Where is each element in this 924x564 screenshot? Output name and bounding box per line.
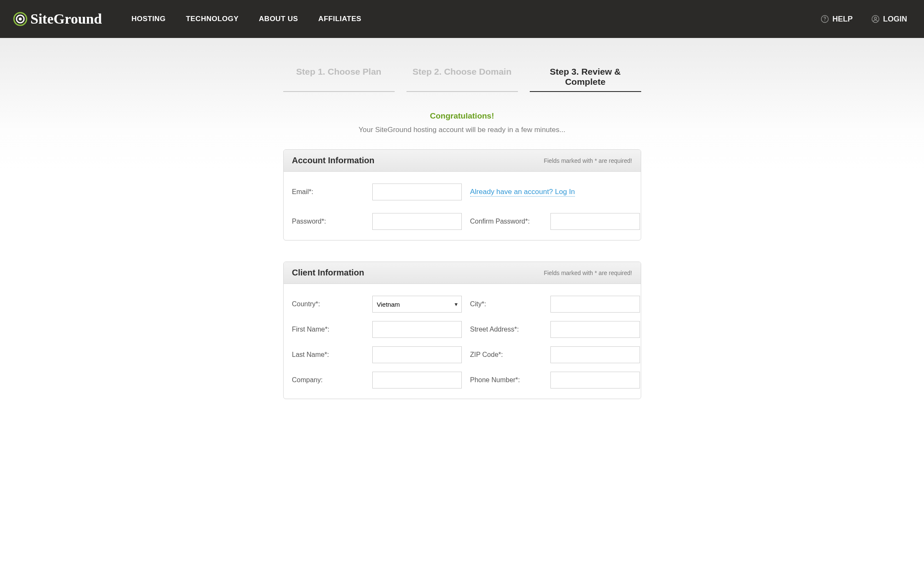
first-name-field[interactable] [372, 321, 462, 338]
street-address-label: Street Address*: [470, 326, 542, 333]
client-info-title: Client Information [292, 268, 364, 278]
password-field[interactable] [372, 213, 462, 230]
svg-point-4 [824, 20, 825, 21]
required-note-2: Fields marked with * are required! [544, 270, 632, 276]
help-icon [821, 15, 829, 23]
svg-point-5 [872, 16, 879, 23]
email-field[interactable] [372, 184, 462, 200]
site-header: SiteGround HOSTING TECHNOLOGY ABOUT US A… [0, 0, 924, 38]
required-note: Fields marked with * are required! [544, 157, 632, 164]
account-info-panel: Account Information Fields marked with *… [283, 149, 641, 240]
street-address-field[interactable] [550, 321, 640, 338]
user-icon [871, 15, 880, 23]
account-info-title: Account Information [292, 156, 375, 165]
company-field[interactable] [372, 372, 462, 389]
country-label: Country*: [292, 300, 364, 308]
city-label: City*: [470, 300, 542, 308]
svg-point-2 [19, 18, 22, 21]
step-2[interactable]: Step 2. Choose Domain [406, 63, 518, 92]
help-link[interactable]: HELP [821, 15, 853, 24]
step-3[interactable]: Step 3. Review & Complete [530, 63, 641, 92]
brand-logo[interactable]: SiteGround [13, 11, 102, 27]
logo-spiral-icon [13, 11, 28, 27]
page-body: Step 1. Choose Plan Step 2. Choose Domai… [0, 38, 924, 564]
phone-field[interactable] [550, 372, 640, 389]
congrats-subtext: Your SiteGround hosting account will be … [283, 126, 641, 134]
phone-label: Phone Number*: [470, 376, 542, 384]
already-have-account-link[interactable]: Already have an account? Log In [470, 188, 575, 197]
last-name-label: Last Name*: [292, 351, 364, 359]
login-link[interactable]: LOGIN [871, 15, 907, 24]
login-label: LOGIN [883, 15, 907, 24]
step-1[interactable]: Step 1. Choose Plan [283, 63, 395, 92]
svg-point-6 [874, 17, 876, 19]
nav-hosting[interactable]: HOSTING [131, 15, 165, 23]
brand-name: SiteGround [30, 11, 102, 27]
confirm-password-field[interactable] [550, 213, 640, 230]
client-info-panel: Client Information Fields marked with * … [283, 262, 641, 399]
first-name-label: First Name*: [292, 326, 364, 333]
country-select[interactable]: Vietnam [372, 296, 462, 313]
city-field[interactable] [550, 296, 640, 313]
company-label: Company: [292, 376, 364, 384]
zip-label: ZIP Code*: [470, 351, 542, 359]
last-name-field[interactable] [372, 346, 462, 363]
congrats-heading: Congratulations! [283, 111, 641, 121]
email-label: Email*: [292, 188, 364, 196]
zip-field[interactable] [550, 346, 640, 363]
header-right: HELP LOGIN [821, 15, 907, 24]
step-tabs: Step 1. Choose Plan Step 2. Choose Domai… [283, 63, 641, 92]
help-label: HELP [832, 15, 853, 24]
nav-affiliates[interactable]: AFFILIATES [318, 15, 361, 23]
confirm-password-label: Confirm Password*: [470, 218, 542, 225]
nav-about[interactable]: ABOUT US [259, 15, 298, 23]
nav-technology[interactable]: TECHNOLOGY [186, 15, 238, 23]
password-label: Password*: [292, 218, 364, 225]
primary-nav: HOSTING TECHNOLOGY ABOUT US AFFILIATES [131, 15, 361, 23]
